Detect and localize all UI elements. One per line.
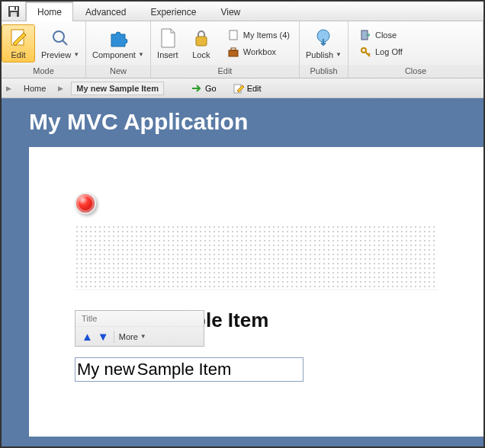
chevron-down-icon: ▼	[73, 51, 79, 58]
logoff-button[interactable]: Log Off	[355, 44, 407, 59]
tab-advanced[interactable]: Advanced	[75, 3, 137, 21]
lock-button[interactable]: Lock	[185, 24, 218, 62]
move-up-button[interactable]: ▲	[82, 330, 93, 343]
workbox-button[interactable]: Workbox	[223, 44, 294, 59]
breadcrumb-home[interactable]: Home	[19, 82, 50, 94]
group-label-publish: Publish	[300, 65, 348, 78]
key-icon	[360, 46, 371, 57]
placeholder-hint: eld]	[166, 314, 438, 325]
save-button[interactable]	[2, 2, 26, 21]
arrow-right-icon	[191, 83, 202, 94]
group-label-edit: Edit	[151, 65, 299, 78]
group-new: Component▼ New	[86, 21, 151, 78]
chevron-down-icon: ▼	[336, 51, 342, 58]
svg-point-5	[53, 31, 64, 42]
group-label-close: Close	[348, 65, 483, 78]
page-surface: My new Sample Item eld] Title ▲ ▼ More▼ …	[29, 147, 483, 437]
group-mode: Edit Preview▼ Mode	[2, 21, 86, 78]
component-button[interactable]: Component▼	[86, 24, 150, 62]
breadcrumb-current[interactable]: My new Sample Item	[71, 82, 164, 95]
document-icon	[159, 28, 176, 48]
floppy-icon	[8, 5, 20, 18]
magnifier-icon	[51, 29, 69, 47]
svg-rect-9	[229, 50, 238, 56]
component-marker-icon[interactable]	[75, 193, 96, 214]
close-button[interactable]: Close	[355, 27, 401, 43]
pencil-icon	[233, 83, 244, 94]
breadcrumb-bar: ▶ Home ▶ My new Sample Item Go Edit	[2, 78, 483, 98]
edit-button[interactable]: Edit	[229, 82, 266, 95]
tab-home[interactable]: Home	[26, 2, 73, 21]
svg-line-6	[63, 40, 67, 45]
app-title: My MVC Application	[2, 109, 483, 135]
door-icon	[360, 30, 371, 40]
group-edit: Insert Lock My Items (4) Workbox Edit	[151, 21, 300, 78]
field-text-before: My new	[75, 358, 135, 381]
globe-arrow-icon	[313, 28, 333, 48]
content-area: My MVC Application My new Sample Item el…	[2, 98, 483, 448]
svg-rect-1	[10, 7, 18, 11]
group-publish: Publish▼ Publish	[300, 21, 348, 78]
tab-bar: Home Advanced Experience View	[2, 2, 483, 21]
tab-experience[interactable]: Experience	[140, 3, 207, 21]
my-items-button[interactable]: My Items (4)	[223, 27, 294, 43]
placeholder-zone[interactable]	[75, 225, 438, 290]
publish-button[interactable]: Publish▼	[300, 24, 348, 62]
ribbon: Edit Preview▼ Mode Component▼ New Insert	[2, 21, 483, 78]
more-button[interactable]: More▼	[119, 332, 146, 341]
puzzle-icon	[108, 28, 128, 48]
edit-mode-button[interactable]: Edit	[2, 24, 35, 62]
group-label-new: New	[86, 65, 150, 78]
go-button[interactable]: Go	[187, 82, 221, 95]
svg-rect-8	[230, 30, 237, 40]
svg-rect-7	[196, 37, 207, 46]
field-toolbar-title: Title	[75, 311, 204, 326]
lock-icon	[193, 29, 210, 47]
toolbox-icon	[228, 46, 239, 57]
chevron-down-icon: ▼	[138, 51, 144, 58]
field-toolbar: Title ▲ ▼ More▼	[75, 310, 204, 347]
svg-rect-2	[11, 12, 17, 17]
preview-button[interactable]: Preview▼	[35, 24, 85, 62]
chevron-right-icon: ▶	[6, 85, 11, 92]
tab-view[interactable]: View	[210, 3, 251, 21]
title-edit-field[interactable]: My new Sample Item	[75, 357, 304, 382]
field-text-after: Sample Item	[136, 358, 232, 381]
chevron-down-icon: ▼	[140, 333, 146, 340]
chevron-right-icon: ▶	[58, 85, 63, 92]
move-down-button[interactable]: ▼	[98, 330, 109, 343]
group-label-mode: Mode	[2, 65, 85, 78]
document-small-icon	[228, 30, 239, 40]
group-close: Close Log Off Close	[348, 21, 483, 78]
svg-rect-3	[14, 7, 16, 10]
separator	[114, 331, 114, 343]
insert-button[interactable]: Insert	[151, 24, 185, 62]
svg-rect-10	[231, 48, 236, 50]
pencil-page-icon	[8, 28, 28, 48]
